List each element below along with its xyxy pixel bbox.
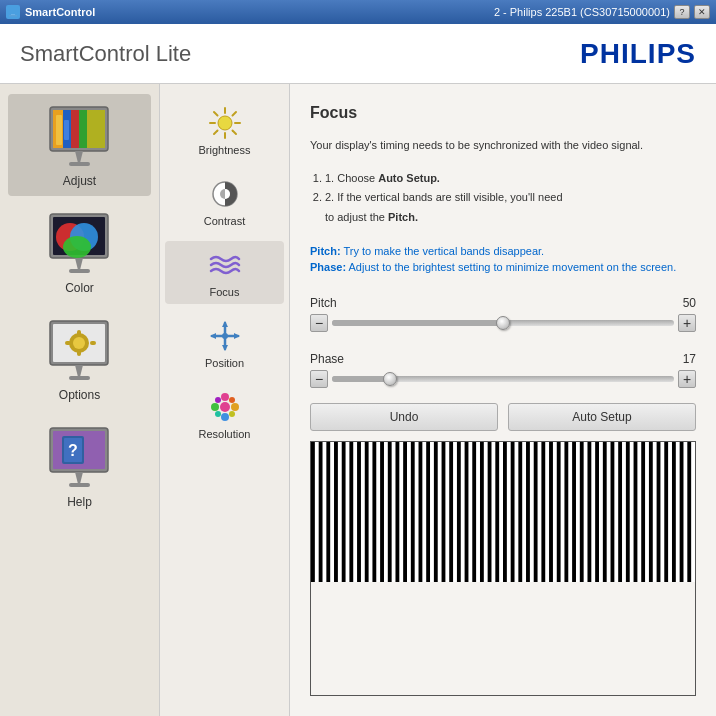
svg-rect-70	[311, 442, 695, 582]
subnav-item-focus[interactable]: Focus	[165, 241, 284, 304]
svg-point-24	[73, 337, 85, 349]
instruction-step2: 2. If the vertical bands are still visib…	[325, 188, 696, 228]
title-bar: SmartControl 2 - Philips 225B1 (CS307150…	[0, 0, 716, 24]
svg-point-58	[220, 402, 230, 412]
phase-header: Phase 17	[310, 352, 696, 366]
svg-rect-2	[9, 15, 17, 17]
svg-rect-8	[79, 110, 87, 148]
instructions-list: 1. Choose Auto Setup. 2. If the vertical…	[325, 169, 696, 228]
svg-point-66	[229, 411, 235, 417]
step2-prefix: 2. If the vertical bands are still visib…	[325, 191, 563, 203]
svg-point-18	[63, 236, 91, 258]
svg-line-46	[214, 131, 218, 135]
svg-text:?: ?	[68, 442, 78, 459]
phase-label: Phase	[310, 352, 344, 366]
svg-marker-54	[222, 345, 228, 351]
phase-controls: − +	[310, 370, 696, 388]
pitch-section: Pitch 50 − +	[310, 296, 696, 332]
pitch-header: Pitch 50	[310, 296, 696, 310]
phase-slider-thumb[interactable]	[383, 372, 397, 386]
phase-slider-track[interactable]	[332, 376, 674, 382]
svg-point-64	[229, 397, 235, 403]
svg-point-61	[211, 403, 219, 411]
instruction-step1: 1. Choose Auto Setup.	[325, 169, 696, 189]
svg-rect-11	[64, 120, 69, 140]
svg-marker-29	[75, 365, 83, 377]
phase-label-text: Phase:	[310, 261, 346, 273]
striped-preview: // Generated stripes	[310, 441, 696, 696]
pitch-controls: − +	[310, 314, 696, 332]
svg-rect-37	[69, 483, 90, 487]
desc-line1: Your display's timing needs to be synchr…	[310, 139, 561, 151]
step1-bold: Auto Setup.	[378, 172, 440, 184]
svg-point-65	[215, 411, 221, 417]
subnav-label-position: Position	[205, 357, 244, 369]
undo-button[interactable]: Undo	[310, 403, 498, 431]
sidebar-item-help[interactable]: ? Help	[8, 415, 151, 517]
phase-section: Phase 17 − +	[310, 352, 696, 388]
svg-line-45	[232, 112, 236, 116]
auto-setup-button[interactable]: Auto Setup	[508, 403, 696, 431]
svg-rect-28	[65, 341, 71, 345]
sidebar-label-adjust: Adjust	[63, 174, 96, 188]
svg-marker-12	[75, 151, 83, 163]
subnav-label-contrast: Contrast	[204, 215, 246, 227]
svg-point-60	[221, 413, 229, 421]
svg-line-43	[214, 112, 218, 116]
desc-line2: the video signal.	[564, 139, 644, 151]
svg-rect-20	[69, 269, 90, 273]
subnav-label-focus: Focus	[210, 286, 240, 298]
svg-marker-36	[75, 472, 83, 484]
position-subnav-icon	[207, 318, 243, 354]
options-icon	[40, 316, 120, 386]
sidebar-label-help: Help	[67, 495, 92, 509]
monitor-info: 2 - Philips 225B1 (CS30715000001)	[494, 6, 670, 18]
svg-marker-55	[210, 333, 216, 339]
subnav: Brightness Contrast	[160, 84, 290, 716]
sidebar-label-options: Options	[59, 388, 100, 402]
title-bar-right: 2 - Philips 225B1 (CS30715000001) ? ✕	[494, 5, 710, 19]
svg-rect-7	[71, 110, 79, 148]
title-bar-app-name: SmartControl	[25, 6, 95, 18]
resolution-subnav-icon	[207, 389, 243, 425]
phase-increment-button[interactable]: +	[678, 370, 696, 388]
svg-marker-19	[75, 258, 83, 270]
pitch-increment-button[interactable]: +	[678, 314, 696, 332]
pitch-decrement-button[interactable]: −	[310, 314, 328, 332]
svg-marker-53	[222, 321, 228, 327]
subnav-item-contrast[interactable]: Contrast	[165, 170, 284, 233]
svg-rect-10	[56, 115, 62, 145]
svg-point-38	[218, 116, 232, 130]
step2-suffix: to adjust the	[325, 211, 388, 223]
sidebar-label-color: Color	[65, 281, 94, 295]
sidebar-item-color[interactable]: Color	[8, 201, 151, 303]
pitch-slider-thumb[interactable]	[496, 316, 510, 330]
phase-desc-text: Adjust to the brightest setting to minim…	[346, 261, 676, 273]
svg-rect-27	[90, 341, 96, 345]
action-buttons: Undo Auto Setup	[310, 403, 696, 431]
subnav-item-position[interactable]: Position	[165, 312, 284, 375]
pitch-desc-text: Try to make the vertical bands disappear…	[341, 245, 545, 257]
help-button[interactable]: ?	[674, 5, 690, 19]
pitch-label-text: Pitch:	[310, 245, 341, 257]
content-panel: Focus Your display's timing needs to be …	[290, 84, 716, 716]
content-description: Your display's timing needs to be synchr…	[310, 137, 696, 154]
sidebar-item-adjust[interactable]: Adjust	[8, 94, 151, 196]
subnav-label-brightness: Brightness	[199, 144, 251, 156]
focus-subnav-icon	[207, 247, 243, 283]
pitch-label: Pitch	[310, 296, 337, 310]
subnav-item-brightness[interactable]: Brightness	[165, 99, 284, 162]
subnav-label-resolution: Resolution	[199, 428, 251, 440]
svg-point-63	[215, 397, 221, 403]
subnav-item-resolution[interactable]: Resolution	[165, 383, 284, 446]
title-bar-left: SmartControl	[6, 5, 95, 19]
phase-decrement-button[interactable]: −	[310, 370, 328, 388]
svg-rect-30	[69, 376, 90, 380]
close-button[interactable]: ✕	[694, 5, 710, 19]
pitch-slider-track[interactable]	[332, 320, 674, 326]
app-header: SmartControl Lite PHILIPS	[0, 24, 716, 84]
sidebar-item-options[interactable]: Options	[8, 308, 151, 410]
sidebar: Adjust Color	[0, 84, 160, 716]
contrast-subnav-icon	[207, 176, 243, 212]
phase-value: 17	[683, 352, 696, 366]
